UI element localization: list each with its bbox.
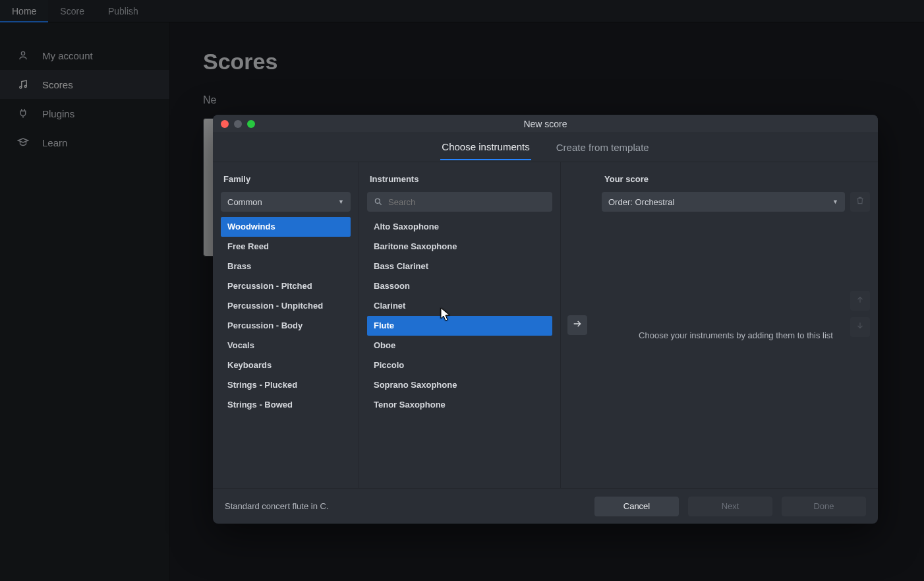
family-item[interactable]: Strings - Bowed <box>221 395 351 415</box>
add-column <box>561 162 594 488</box>
cancel-button[interactable]: Cancel <box>594 497 679 516</box>
your-score-heading: Your score <box>604 174 870 184</box>
score-order-select[interactable]: Order: Orchestral ▼ <box>602 192 845 212</box>
reorder-controls <box>850 291 870 337</box>
instrument-item[interactable]: Clarinet <box>367 296 552 316</box>
family-panel: Family Common ▼ Woodwinds Free Reed Bras… <box>213 162 359 488</box>
instrument-item[interactable]: Flute <box>367 316 552 336</box>
family-list: Woodwinds Free Reed Brass Percussion - P… <box>221 217 351 415</box>
instruments-list: Alto Saxophone Baritone Saxophone Bass C… <box>367 217 552 415</box>
add-instrument-button[interactable] <box>567 315 587 335</box>
delete-instrument-button <box>850 192 870 212</box>
instrument-item[interactable]: Baritone Saxophone <box>367 237 552 257</box>
empty-score-message: Choose your instruments by adding them t… <box>594 330 878 340</box>
family-item[interactable]: Keyboards <box>221 355 351 375</box>
instrument-hint: Standard concert flute in C. <box>225 501 585 511</box>
your-score-panel: Your score Order: Orchestral ▼ Choose yo… <box>594 162 878 488</box>
family-item[interactable]: Percussion - Pitched <box>221 276 351 296</box>
tab-label: Create from template <box>556 142 649 153</box>
instruments-panel: Instruments Alto Saxophone Baritone Saxo… <box>359 162 561 488</box>
arrow-down-icon <box>855 321 865 333</box>
family-item[interactable]: Vocals <box>221 336 351 355</box>
instrument-item[interactable]: Piccolo <box>367 355 552 375</box>
move-down-button <box>850 317 870 337</box>
chevron-down-icon: ▼ <box>832 199 838 205</box>
instrument-item[interactable]: Alto Saxophone <box>367 217 552 237</box>
family-item[interactable]: Brass <box>221 257 351 276</box>
dialog-titlebar[interactable]: New score <box>213 115 878 133</box>
trash-icon <box>855 196 865 208</box>
tab-create-from-template[interactable]: Create from template <box>555 135 650 160</box>
move-up-button <box>850 291 870 311</box>
family-item[interactable]: Free Reed <box>221 237 351 257</box>
select-value: Order: Orchestral <box>608 197 674 207</box>
next-button: Next <box>688 497 772 516</box>
instrument-item[interactable]: Bassoon <box>367 276 552 296</box>
arrow-right-icon <box>572 319 583 332</box>
tab-label: Choose instruments <box>442 141 529 152</box>
family-item[interactable]: Percussion - Unpitched <box>221 296 351 316</box>
dialog-footer: Standard concert flute in C. Cancel Next… <box>213 488 878 524</box>
search-icon <box>374 197 383 206</box>
select-value: Common <box>227 197 262 207</box>
new-score-dialog: New score Choose instruments Create from… <box>213 115 878 524</box>
family-heading: Family <box>223 174 351 184</box>
tab-choose-instruments[interactable]: Choose instruments <box>440 135 531 160</box>
family-item[interactable]: Woodwinds <box>221 217 351 237</box>
instrument-item[interactable]: Tenor Saxophone <box>367 395 552 415</box>
instrument-item[interactable]: Bass Clarinet <box>367 257 552 276</box>
svg-point-3 <box>375 199 380 203</box>
arrow-up-icon <box>855 295 865 307</box>
chevron-down-icon: ▼ <box>338 199 344 205</box>
done-button: Done <box>782 497 866 516</box>
instruments-heading: Instruments <box>370 174 552 184</box>
dialog-tabs: Choose instruments Create from template <box>213 133 878 162</box>
family-item[interactable]: Percussion - Body <box>221 316 351 336</box>
instrument-item[interactable]: Soprano Saxophone <box>367 375 552 395</box>
instrument-item[interactable]: Oboe <box>367 336 552 355</box>
family-category-select[interactable]: Common ▼ <box>221 192 351 212</box>
dialog-title: New score <box>213 119 878 129</box>
search-input[interactable] <box>388 197 546 207</box>
family-item[interactable]: Strings - Plucked <box>221 375 351 395</box>
instruments-search[interactable] <box>367 192 552 212</box>
